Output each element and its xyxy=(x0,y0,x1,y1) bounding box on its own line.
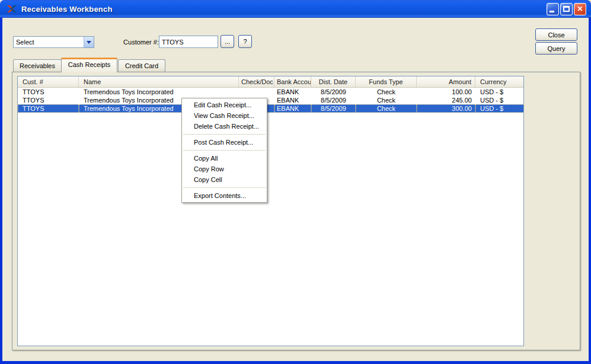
menu-item-post-cash-receipt[interactable]: Post Cash Receipt... xyxy=(182,137,267,148)
cell-check-doc xyxy=(239,88,274,96)
close-window-icon[interactable]: ✕ xyxy=(574,3,586,15)
app-logo-icon xyxy=(6,3,18,15)
menu-item-view-cash-receipt[interactable]: View Cash Receipt... xyxy=(182,110,267,121)
cell-funds-type: Check xyxy=(356,96,417,104)
query-button[interactable]: Query xyxy=(535,42,577,55)
cell-amount: 100.00 xyxy=(417,88,475,96)
column-header-dist-date[interactable]: Dist. Date xyxy=(311,76,356,87)
table-row[interactable]: TTOYS Tremendous Toys Incorporated EBANK… xyxy=(18,88,523,96)
table-row[interactable]: TTOYS Tremendous Toys Incorporated EBANK… xyxy=(18,96,523,104)
cash-receipts-table: Cust. # Name Check/Doc Bank Accou Dist. … xyxy=(17,76,524,346)
minimize-icon[interactable] xyxy=(547,3,559,15)
cell-cust: TTOYS xyxy=(18,88,79,96)
column-header-bank-account[interactable]: Bank Accou xyxy=(274,76,311,87)
cell-bank: EBANK xyxy=(274,96,311,104)
title-bar: Receivables Workbench ✕ xyxy=(0,0,591,18)
menu-item-edit-cash-receipt[interactable]: Edit Cash Receipt... xyxy=(182,100,267,110)
cell-cust: TTOYS xyxy=(18,96,79,104)
view-select-value: Select xyxy=(14,39,84,46)
tab-receivables[interactable]: Receivables xyxy=(13,59,62,72)
customer-number-label: Customer #: xyxy=(103,39,159,46)
cell-funds-type: Check xyxy=(356,88,417,96)
context-menu: Edit Cash Receipt... View Cash Receipt..… xyxy=(181,98,267,203)
cell-bank: EBANK xyxy=(274,104,311,113)
cell-funds-type: Check xyxy=(356,104,417,113)
menu-separator xyxy=(183,134,266,135)
cell-dist-date: 8/5/2009 xyxy=(311,96,356,104)
table-header-row: Cust. # Name Check/Doc Bank Accou Dist. … xyxy=(18,76,523,88)
tab-credit-card[interactable]: Credit Card xyxy=(118,59,165,72)
close-button[interactable]: Close xyxy=(535,28,577,41)
view-select-dropdown[interactable]: Select xyxy=(13,36,94,48)
menu-separator xyxy=(183,187,266,188)
cell-currency: USD - $ xyxy=(475,104,524,113)
table-row-selected[interactable]: TTOYS Tremendous Toys Incorporated EBANK… xyxy=(18,104,523,113)
cell-amount: 245.00 xyxy=(417,96,475,104)
cell-bank: EBANK xyxy=(274,88,311,96)
menu-item-copy-cell[interactable]: Copy Cell xyxy=(182,174,267,185)
help-button[interactable]: ? xyxy=(238,35,252,48)
chevron-down-icon xyxy=(87,41,91,44)
customer-number-input[interactable] xyxy=(159,36,218,48)
cash-receipts-panel: Cust. # Name Check/Doc Bank Accou Dist. … xyxy=(12,72,580,350)
cell-dist-date: 8/5/2009 xyxy=(311,88,356,96)
maximize-icon[interactable] xyxy=(560,3,573,15)
column-header-check-doc[interactable]: Check/Doc xyxy=(239,76,274,87)
column-header-currency[interactable]: Currency xyxy=(475,76,524,87)
menu-separator xyxy=(183,150,266,151)
tab-cash-receipts[interactable]: Cash Receipts xyxy=(61,58,117,72)
window-controls: ✕ xyxy=(547,3,587,15)
client-area: Select Customer #: ... ? Close Query Rec… xyxy=(2,18,589,361)
column-header-cust[interactable]: Cust. # xyxy=(18,76,79,87)
column-header-amount[interactable]: Amount xyxy=(417,76,475,87)
column-header-funds-type[interactable]: Funds Type xyxy=(356,76,417,87)
cell-currency: USD - $ xyxy=(475,88,524,96)
menu-item-copy-all[interactable]: Copy All xyxy=(182,153,267,164)
column-header-name[interactable]: Name xyxy=(79,76,239,87)
app-window: Receivables Workbench ✕ Select Customer … xyxy=(0,0,591,364)
cell-currency: USD - $ xyxy=(475,96,524,104)
dropdown-button[interactable] xyxy=(84,37,94,47)
customer-browse-button[interactable]: ... xyxy=(221,35,234,48)
cell-cust: TTOYS xyxy=(18,104,79,113)
cell-dist-date: 8/5/2009 xyxy=(311,104,356,113)
cell-amount: 300.00 xyxy=(417,104,475,113)
menu-item-copy-row[interactable]: Copy Row xyxy=(182,164,267,174)
menu-item-delete-cash-receipt[interactable]: Delete Cash Receipt... xyxy=(182,121,267,132)
menu-item-export-contents[interactable]: Export Contents... xyxy=(182,190,267,201)
window-title: Receivables Workbench xyxy=(21,5,113,14)
cell-name: Tremendous Toys Incorporated xyxy=(79,88,239,96)
